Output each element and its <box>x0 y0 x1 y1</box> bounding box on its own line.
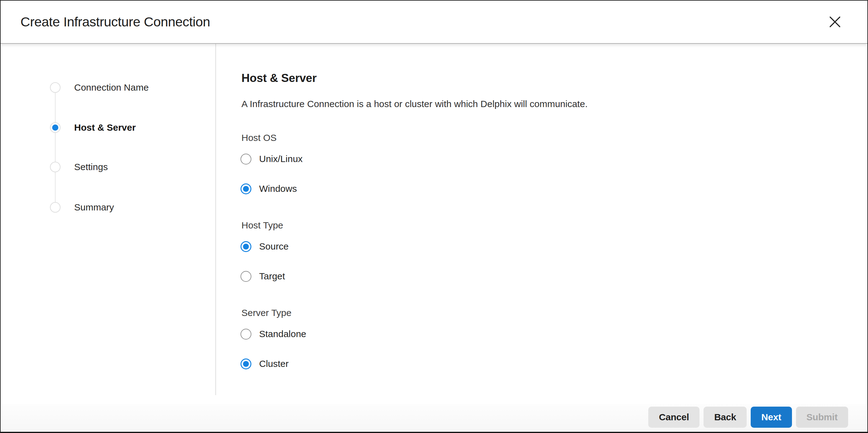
submit-button: Submit <box>796 407 848 428</box>
radio-option-label: Standalone <box>259 329 306 339</box>
radio-option-windows[interactable]: Windows <box>241 183 849 194</box>
radio-option-standalone[interactable]: Standalone <box>241 329 849 340</box>
radio-option-label: Unix/Linux <box>259 154 303 164</box>
close-button[interactable] <box>826 13 844 31</box>
radio-option-label: Source <box>259 241 289 252</box>
radio-selected-icon[interactable] <box>241 183 251 194</box>
wizard-sidebar: Connection NameHost & ServerSettingsSumm… <box>1 44 216 405</box>
cancel-button[interactable]: Cancel <box>648 407 700 428</box>
back-button[interactable]: Back <box>704 407 747 428</box>
page-description: A Infrastructure Connection is a host or… <box>242 97 849 111</box>
radio-option-source[interactable]: Source <box>241 241 849 252</box>
radio-unselected-icon[interactable] <box>241 329 251 340</box>
footer: CancelBackNextSubmit <box>1 404 867 431</box>
dialog-header: Create Infrastructure Connection <box>1 1 867 44</box>
radio-selected-icon[interactable] <box>241 241 251 252</box>
active-step-dot-icon <box>52 124 58 131</box>
radio-unselected-icon[interactable] <box>241 154 251 164</box>
radio-group-host-os: Host OSUnix/LinuxWindows <box>242 132 849 194</box>
stepper-step-label: Settings <box>74 162 108 172</box>
radio-option-label: Cluster <box>259 359 289 369</box>
close-icon <box>829 16 841 28</box>
page-title: Host & Server <box>242 72 849 85</box>
step-circle-icon <box>50 82 61 93</box>
radio-option-target[interactable]: Target <box>241 271 849 282</box>
radio-unselected-icon[interactable] <box>241 271 251 282</box>
next-button[interactable]: Next <box>751 407 792 428</box>
radio-option-cluster[interactable]: Cluster <box>241 358 849 369</box>
radio-dot-icon <box>243 186 249 192</box>
radio-selected-icon[interactable] <box>241 359 251 369</box>
stepper-step-host-server[interactable]: Host & Server <box>50 122 135 133</box>
stepper-connector-line <box>55 88 56 207</box>
stepper-step-settings[interactable]: Settings <box>50 162 108 172</box>
stepper-step-label: Connection Name <box>74 82 149 93</box>
group-label: Host Type <box>242 220 849 231</box>
dialog-body: Connection NameHost & ServerSettingsSumm… <box>1 44 867 405</box>
step-circle-icon <box>50 202 61 213</box>
stepper-step-connection-name[interactable]: Connection Name <box>50 82 149 93</box>
stepper-step-summary[interactable]: Summary <box>50 202 114 213</box>
radio-dot-icon <box>243 361 249 367</box>
step-active-circle-icon <box>50 122 61 133</box>
dialog-title: Create Infrastructure Connection <box>21 14 210 30</box>
create-infrastructure-connection-dialog: Create Infrastructure Connection Connect… <box>0 0 868 433</box>
step-circle-icon <box>50 162 61 172</box>
form-area: Host OSUnix/LinuxWindowsHost TypeSourceT… <box>242 132 849 369</box>
radio-group-host-type: Host TypeSourceTarget <box>242 220 849 282</box>
stepper: Connection NameHost & ServerSettingsSumm… <box>1 44 216 405</box>
radio-option-label: Target <box>259 271 285 281</box>
radio-option-unix-linux[interactable]: Unix/Linux <box>241 153 849 164</box>
radio-group-server-type: Server TypeStandaloneCluster <box>242 307 849 369</box>
group-label: Server Type <box>242 307 849 318</box>
stepper-step-label: Host & Server <box>74 122 135 133</box>
radio-option-label: Windows <box>259 183 297 194</box>
stepper-step-label: Summary <box>74 202 114 213</box>
main-content: Host & Server A Infrastructure Connectio… <box>216 44 867 405</box>
radio-dot-icon <box>243 244 249 250</box>
group-label: Host OS <box>242 132 849 144</box>
